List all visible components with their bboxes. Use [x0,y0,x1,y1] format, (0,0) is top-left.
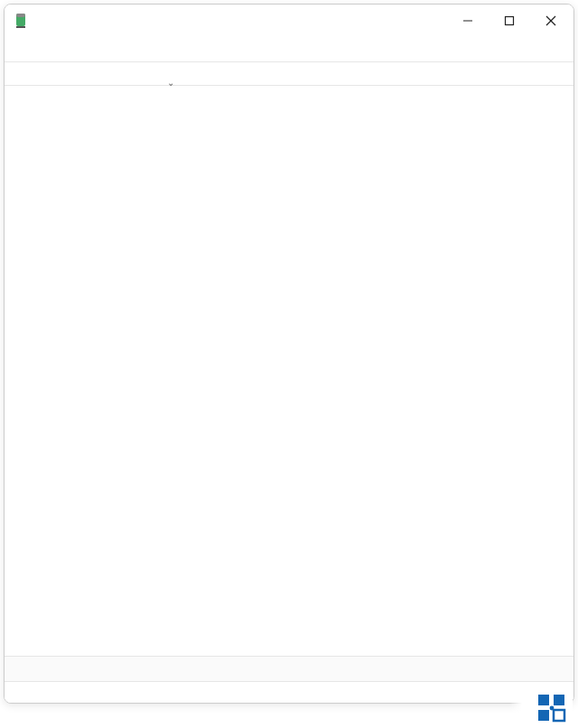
menu-action[interactable] [28,48,39,51]
svg-rect-1 [16,14,25,17]
minimize-button[interactable] [447,6,489,35]
statusbar [5,681,573,703]
svg-rect-9 [538,710,549,721]
svg-point-11 [550,706,555,711]
menu-help[interactable] [53,48,64,51]
svg-rect-10 [554,710,564,721]
menubar [5,37,573,62]
svg-rect-7 [538,695,549,705]
window-controls [447,6,572,35]
app-icon [14,12,28,30]
maximize-button[interactable] [489,6,530,35]
svg-rect-8 [554,695,564,705]
app-window: ⌄ [4,4,574,704]
svg-rect-4 [506,17,514,25]
watermark [509,688,573,728]
search-input[interactable] [5,662,573,676]
svg-rect-2 [16,26,25,28]
watermark-icon [536,693,567,723]
close-button[interactable] [530,6,572,35]
search-bar [5,656,573,681]
menu-file[interactable] [15,48,26,51]
program-list[interactable] [5,86,573,656]
column-headers: ⌄ [5,62,573,86]
titlebar[interactable] [5,5,573,37]
menu-view[interactable] [41,48,51,51]
